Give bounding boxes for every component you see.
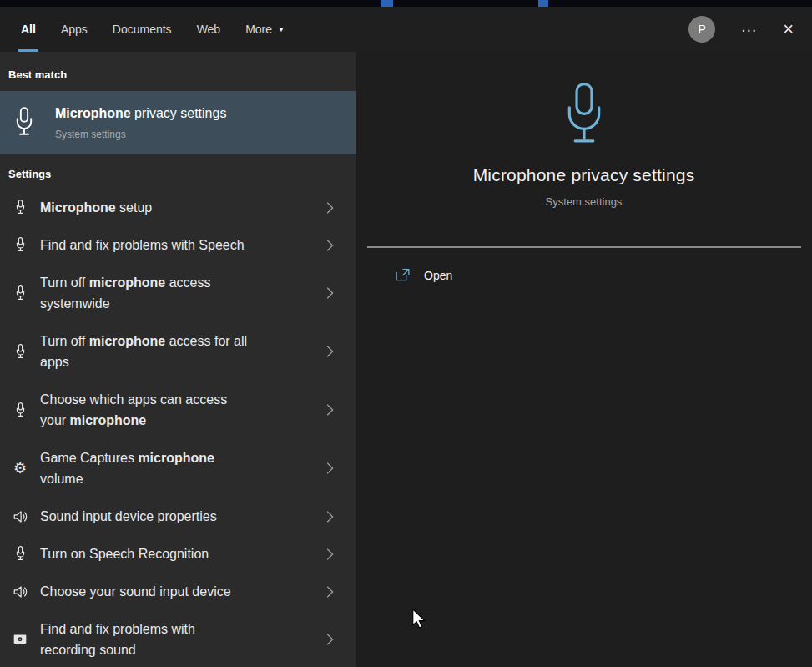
caret-down-icon: ▼ xyxy=(278,26,285,33)
settings-item[interactable]: Find and fix problems with recording sou… xyxy=(0,610,356,667)
best-match-header: Best match xyxy=(0,52,356,91)
microphone-icon xyxy=(12,546,28,562)
settings-item-label: Turn off microphone access systemwide xyxy=(40,272,254,314)
tab-more[interactable]: More▼ xyxy=(233,7,297,52)
preview-panel: Microphone privacy settings System setti… xyxy=(356,52,812,667)
settings-item[interactable]: Find and fix problems with Speech xyxy=(0,226,356,264)
best-match-text: Microphone privacy settings System setti… xyxy=(55,106,226,140)
tab-apps[interactable]: Apps xyxy=(48,7,100,52)
chevron-right-icon xyxy=(326,346,334,358)
search-tabs-bar: All Apps Documents Web More▼ P … × xyxy=(0,7,812,52)
speaker-icon xyxy=(12,509,28,524)
settings-item-label: Choose your sound input device xyxy=(40,581,231,602)
chevron-right-icon xyxy=(326,634,334,646)
settings-list: Microphone setup Find and fix problems w… xyxy=(0,189,356,667)
chevron-right-icon xyxy=(326,201,334,214)
best-match-title: Microphone privacy settings xyxy=(55,106,226,121)
taskbar-fragment xyxy=(538,0,548,7)
settings-item-label: Turn off microphone access for all apps xyxy=(40,331,254,372)
settings-item[interactable]: Choose which apps can access your microp… xyxy=(0,381,356,439)
avatar[interactable]: P xyxy=(688,16,715,43)
settings-item-label: Microphone setup xyxy=(40,197,152,218)
open-action-label: Open xyxy=(424,269,452,282)
results-panel: Best match Microphone privacy settings S… xyxy=(0,52,356,667)
microphone-icon xyxy=(12,344,28,360)
settings-item-label: Game Captures microphone volume xyxy=(40,447,254,489)
chevron-right-icon xyxy=(326,548,334,560)
tab-all[interactable]: All xyxy=(8,7,48,52)
best-match-item[interactable]: Microphone privacy settings System setti… xyxy=(0,91,356,154)
preview-title: Microphone privacy settings xyxy=(356,165,812,185)
chevron-right-icon xyxy=(326,404,334,417)
microphone-hero-icon xyxy=(561,82,608,150)
chevron-right-icon xyxy=(326,239,334,251)
microphone-icon xyxy=(12,402,28,418)
close-icon[interactable]: × xyxy=(783,20,794,38)
microphone-icon xyxy=(12,237,28,253)
microphone-icon xyxy=(12,200,28,215)
settings-item-label: Sound input device properties xyxy=(40,506,217,527)
settings-item[interactable]: Choose your sound input device xyxy=(0,573,356,610)
tab-web[interactable]: Web xyxy=(184,7,234,52)
tab-label: Apps xyxy=(61,23,88,36)
tab-documents[interactable]: Documents xyxy=(100,7,184,52)
settings-item[interactable]: Turn on Speech Recognition xyxy=(0,535,356,573)
settings-item-label: Choose which apps can access your microp… xyxy=(40,389,254,431)
search-results-area: Best match Microphone privacy settings S… xyxy=(0,52,812,667)
settings-item[interactable]: Microphone setup xyxy=(0,189,356,226)
microphone-icon xyxy=(13,107,35,139)
open-action[interactable]: Open xyxy=(356,248,812,282)
recording-icon xyxy=(12,632,28,647)
best-match-subtitle: System settings xyxy=(55,129,226,140)
settings-item[interactable]: Turn off microphone access for all apps xyxy=(0,322,356,381)
settings-item[interactable]: Turn off microphone access systemwide xyxy=(0,264,356,322)
tab-label: More xyxy=(245,23,272,36)
settings-item-label: Find and fix problems with recording sou… xyxy=(40,619,254,660)
settings-item-label: Turn on Speech Recognition xyxy=(40,543,209,564)
gear-icon: ⚙ xyxy=(12,461,28,476)
preview-hero: Microphone privacy settings System setti… xyxy=(356,82,812,208)
tab-label: Documents xyxy=(113,23,172,36)
speaker-icon xyxy=(12,584,28,599)
preview-subtitle: System settings xyxy=(356,195,812,208)
search-window: All Apps Documents Web More▼ P … × Best … xyxy=(0,0,812,667)
settings-item[interactable]: ⚙ Game Captures microphone volume xyxy=(0,439,356,498)
taskbar-strip xyxy=(0,0,812,7)
settings-header: Settings xyxy=(0,154,356,189)
open-icon xyxy=(395,268,411,282)
chevron-right-icon xyxy=(326,585,334,598)
settings-item[interactable]: Sound input device properties xyxy=(0,498,356,535)
tab-label: Web xyxy=(197,23,221,36)
topbar-actions: P … × xyxy=(688,16,794,43)
chevron-right-icon xyxy=(326,462,334,475)
tab-label: All xyxy=(21,23,36,36)
microphone-icon xyxy=(12,285,28,301)
settings-item-label: Find and fix problems with Speech xyxy=(40,235,245,255)
tab-list: All Apps Documents Web More▼ xyxy=(8,7,297,52)
chevron-right-icon xyxy=(326,287,334,300)
chevron-right-icon xyxy=(326,510,334,523)
more-options-icon[interactable]: … xyxy=(740,22,758,37)
taskbar-fragment xyxy=(381,0,393,7)
